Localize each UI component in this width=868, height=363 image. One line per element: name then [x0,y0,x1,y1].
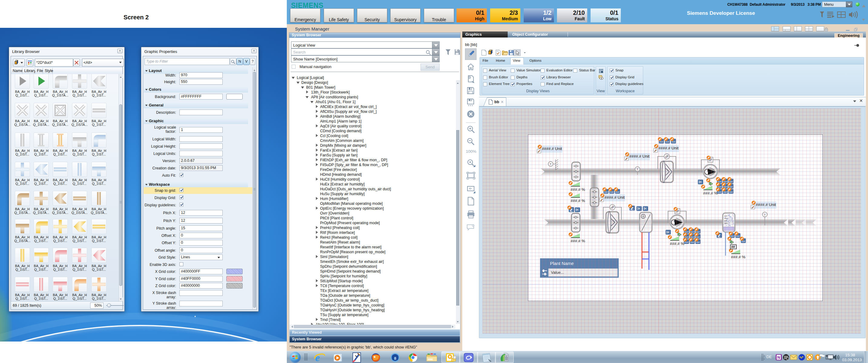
svg-text:N: N [777,355,780,360]
svg-text:e: e [315,352,320,363]
svg-text:8: 8 [394,356,396,361]
